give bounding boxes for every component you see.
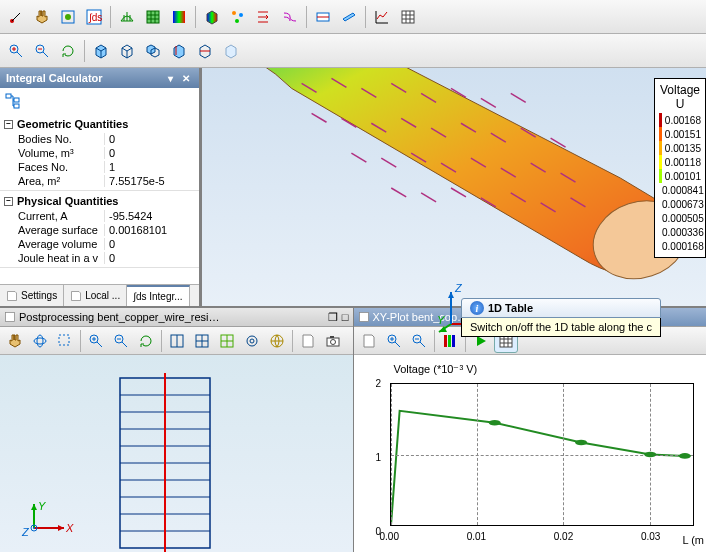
zoom-out-icon[interactable]	[30, 39, 54, 63]
svg-rect-16	[14, 98, 19, 102]
tab-local[interactable]: Local ...	[64, 285, 127, 306]
legend-item: 0.00135	[659, 141, 701, 155]
streamlines-icon[interactable]	[278, 5, 302, 29]
gradient-surf-icon[interactable]	[167, 5, 191, 29]
table-icon[interactable]	[396, 5, 420, 29]
svg-line-26	[511, 93, 526, 102]
cube-dual-icon[interactable]	[141, 39, 165, 63]
page-icon[interactable]	[296, 329, 320, 353]
plane-icon[interactable]	[337, 5, 361, 29]
legend-title: Voltage U	[659, 83, 701, 111]
layout2-icon[interactable]	[190, 329, 214, 353]
arrows-icon[interactable]	[252, 5, 276, 29]
plot-icon[interactable]	[370, 5, 394, 29]
lower-panes: Postprocessing bent_copper_wire_resi… ❐□	[0, 306, 706, 552]
panel-tabs: Settings Local ... ∫ds Integr...	[0, 284, 199, 306]
maximize-icon[interactable]: □	[342, 311, 349, 324]
svg-point-103	[488, 420, 500, 426]
cube-slice-icon[interactable]	[167, 39, 191, 63]
zoom-out-icon[interactable]	[407, 329, 431, 353]
tab-settings[interactable]: Settings	[0, 285, 64, 306]
postprocessing-title: Postprocessing bent_copper_wire_resi…	[19, 311, 220, 323]
panel-tree-icon[interactable]	[3, 91, 23, 111]
zoom-in-icon[interactable]	[382, 329, 406, 353]
main-toolbar: ∫ds	[0, 0, 706, 34]
xtick: 0.00	[380, 531, 399, 542]
target-icon[interactable]	[240, 329, 264, 353]
camera-icon[interactable]	[321, 329, 345, 353]
tooltip-body: Switch on/off the 1D table along the c	[461, 318, 661, 337]
separator	[195, 6, 196, 28]
svg-line-37	[381, 158, 396, 167]
section-geometric[interactable]: −Geometric Quantities	[4, 116, 195, 132]
globe-icon[interactable]	[265, 329, 289, 353]
rotate-icon[interactable]	[28, 329, 52, 353]
separator	[292, 330, 293, 352]
tooltip: i1D Table Switch on/off the 1D table alo…	[461, 298, 661, 337]
zoom-in-icon[interactable]	[4, 39, 28, 63]
mesh-surface-icon[interactable]	[115, 5, 139, 29]
layout3-icon[interactable]	[215, 329, 239, 353]
prop-row: Average surface0.00168101	[4, 223, 195, 237]
svg-point-7	[232, 11, 236, 15]
domain-icon[interactable]	[56, 5, 80, 29]
legend-item: 0.000336	[659, 225, 701, 239]
axis-triad-2d: X Y Z	[20, 500, 76, 540]
svg-point-104	[575, 440, 587, 446]
pan-icon[interactable]	[3, 329, 27, 353]
select-icon[interactable]	[53, 329, 77, 353]
svg-text:∫ds: ∫ds	[88, 12, 102, 23]
xyplot-viewport[interactable]: Voltage (*10⁻³ V) L (m 2 1 0 0.000.010.0…	[354, 355, 707, 552]
svg-point-62	[37, 335, 43, 347]
refresh-view-icon[interactable]	[134, 329, 158, 353]
prop-row: Volume, m³0	[4, 146, 195, 160]
pan-icon[interactable]	[30, 5, 54, 29]
integral-calculator-panel: Integral Calculator ▾ ✕ −Geometric Quant…	[0, 68, 200, 306]
separator	[110, 6, 111, 28]
mesh-green-icon[interactable]	[141, 5, 165, 29]
zoom-in-icon[interactable]	[84, 329, 108, 353]
svg-line-27	[312, 113, 327, 122]
particles-icon[interactable]	[226, 5, 250, 29]
cube-wire-icon[interactable]	[115, 39, 139, 63]
refresh-icon[interactable]	[56, 39, 80, 63]
svg-line-25	[481, 98, 496, 107]
layout1-icon[interactable]	[165, 329, 189, 353]
postprocessing-viewport[interactable]: X Y Z	[0, 355, 353, 552]
panel-close-icon[interactable]: ✕	[179, 71, 193, 85]
integral-icon[interactable]: ∫ds	[82, 5, 106, 29]
separator	[306, 6, 307, 28]
svg-text:X: X	[65, 522, 74, 534]
prop-row: Joule heat in a v0	[4, 251, 195, 265]
zoom-out-icon[interactable]	[109, 329, 133, 353]
svg-rect-17	[14, 104, 19, 108]
prop-row: Bodies No.0	[4, 132, 195, 146]
ytick: 2	[376, 378, 382, 389]
svg-text:Y: Y	[437, 314, 445, 326]
svg-rect-60	[6, 313, 15, 322]
vertex-icon[interactable]	[4, 5, 28, 29]
3d-viewport[interactable]: X Y Z Voltage U 0.001680.001510.001350.0…	[200, 68, 706, 306]
svg-point-106	[678, 453, 690, 459]
prop-row: Average volume0	[4, 237, 195, 251]
workspace: Integral Calculator ▾ ✕ −Geometric Quant…	[0, 68, 706, 306]
page-icon[interactable]	[357, 329, 381, 353]
svg-point-61	[34, 338, 46, 344]
legend-item: 0.000673	[659, 197, 701, 211]
cube-plane-icon[interactable]	[193, 39, 217, 63]
legend-item: 0.000168	[659, 239, 701, 253]
legend-item: 0.00118	[659, 155, 701, 169]
svg-line-36	[351, 153, 366, 162]
tab-integr[interactable]: ∫ds Integr...	[127, 285, 189, 306]
section-physical[interactable]: −Physical Quantities	[4, 193, 195, 209]
restore-icon[interactable]: ❐	[328, 311, 338, 324]
separator	[434, 330, 435, 352]
svg-point-8	[239, 13, 243, 17]
slice-icon[interactable]	[311, 5, 335, 29]
cube-solid-icon[interactable]	[89, 39, 113, 63]
separator	[80, 330, 81, 352]
gradient-cube-icon[interactable]	[200, 5, 224, 29]
panel-dropdown-icon[interactable]: ▾	[163, 71, 177, 85]
postprocessing-toolbar	[0, 327, 353, 355]
cube-ghost-icon[interactable]	[219, 39, 243, 63]
